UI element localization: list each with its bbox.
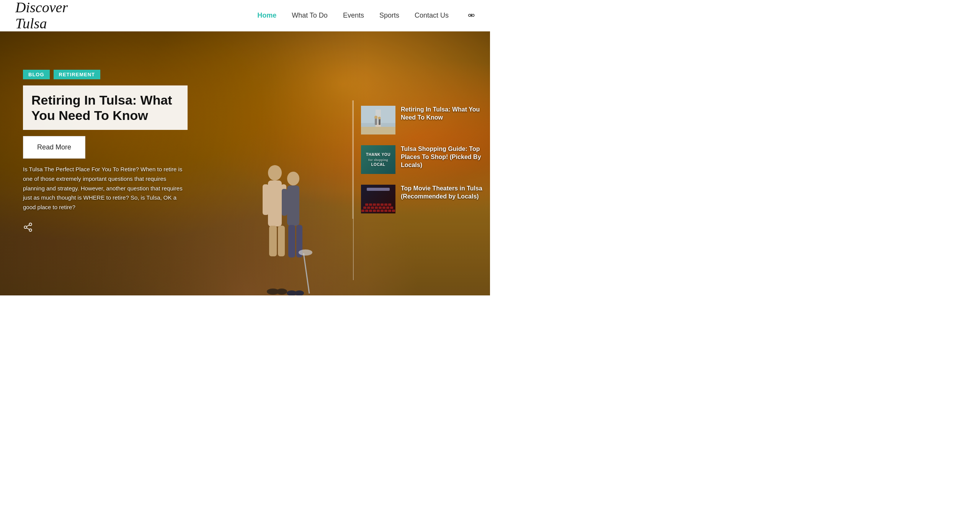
nav-item-events[interactable]: Events xyxy=(343,11,364,20)
search-icon[interactable]: ⚮ xyxy=(468,11,475,21)
related-post-1[interactable]: Retiring In Tulsa: What You Need To Know xyxy=(352,100,490,140)
site-logo[interactable]: Discover Tulsa xyxy=(15,0,68,31)
related-thumb-2: THANK YOUfor shoppingLOCAL xyxy=(361,145,395,174)
nav-item-contact[interactable]: Contact Us xyxy=(415,11,449,20)
header: Discover Tulsa Home What To Do Events Sp… xyxy=(0,0,490,31)
svg-point-18 xyxy=(29,223,32,226)
hero-title: Retiring In Tulsa: What You Need To Know xyxy=(31,92,179,123)
svg-point-28 xyxy=(374,116,377,119)
read-more-button[interactable]: Read More xyxy=(23,136,85,159)
hero-excerpt: Is Tulsa The Perfect Place For You To Re… xyxy=(23,165,188,212)
main-nav: Home What To Do Events Sports Contact Us… xyxy=(257,11,475,21)
svg-line-21 xyxy=(26,228,29,230)
related-thumb-3 xyxy=(361,185,395,213)
tag-blog[interactable]: BLOG xyxy=(23,70,50,79)
related-title-2: Tulsa Shopping Guide: Top Places To Shop… xyxy=(401,145,482,169)
svg-line-22 xyxy=(26,225,29,226)
hero-section: BLOG RETIREMENT Retiring In Tulsa: What … xyxy=(0,31,490,295)
nav-item-home[interactable]: Home xyxy=(257,11,276,20)
related-posts-sidebar: Retiring In Tulsa: What You Need To Know… xyxy=(352,31,490,295)
svg-rect-24 xyxy=(361,127,395,134)
related-post-3[interactable]: Top Movie Theaters in Tulsa (Recommended… xyxy=(352,179,490,219)
hero-left-content: BLOG RETIREMENT Retiring In Tulsa: What … xyxy=(23,70,222,234)
svg-point-19 xyxy=(24,226,27,229)
related-post-2[interactable]: THANK YOUfor shoppingLOCAL Tulsa Shoppin… xyxy=(352,140,490,179)
related-thumb-1 xyxy=(361,106,395,134)
svg-rect-26 xyxy=(361,106,395,123)
related-title-1: Retiring In Tulsa: What You Need To Know xyxy=(401,106,482,122)
share-icon[interactable] xyxy=(23,222,34,234)
hero-title-box: Retiring In Tulsa: What You Need To Know xyxy=(23,85,188,130)
nav-item-sports[interactable]: Sports xyxy=(379,11,399,20)
tag-row: BLOG RETIREMENT xyxy=(23,70,222,79)
tag-retirement[interactable]: RETIREMENT xyxy=(54,70,101,79)
related-title-3: Top Movie Theaters in Tulsa (Recommended… xyxy=(401,185,482,201)
nav-item-what-to-do[interactable]: What To Do xyxy=(292,11,328,20)
svg-point-30 xyxy=(378,117,381,120)
svg-point-20 xyxy=(29,229,32,231)
